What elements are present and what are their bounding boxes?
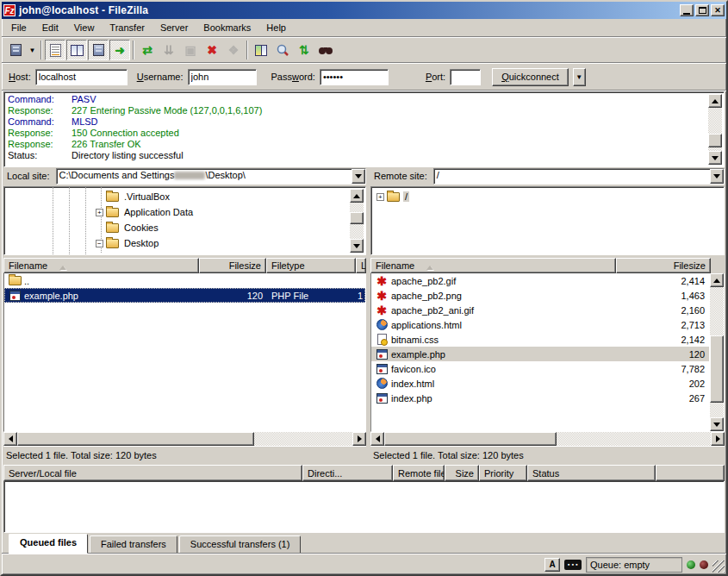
disconnect-button[interactable]: ✖ (202, 40, 222, 60)
process-queue-button[interactable]: ⇊ (159, 40, 179, 60)
tree-item-root[interactable]: + / (371, 189, 708, 204)
column-header-remote-file[interactable]: Remote file (393, 465, 445, 481)
tab-queued-files[interactable]: Queued files (9, 534, 88, 554)
scroll-down-button[interactable] (708, 151, 722, 165)
cancel-operation-button[interactable]: ▣ (180, 40, 201, 60)
directory-comparison-button[interactable] (272, 40, 293, 60)
tree-item-virtualbox[interactable]: .VirtualBox (4, 189, 350, 204)
directory-listing-filters-button[interactable] (251, 40, 271, 60)
minimize-icon (683, 13, 690, 15)
local-horizontal-scrollbar[interactable] (3, 432, 366, 446)
column-header-filetype[interactable]: Filetype (266, 258, 356, 273)
find-files-button[interactable] (315, 40, 336, 60)
remote-site-combo[interactable]: / (433, 168, 725, 185)
column-header-direction[interactable]: Directi... (302, 465, 393, 481)
column-header-filesize[interactable]: Filesize (616, 258, 711, 273)
toggle-remote-tree-button[interactable] (88, 40, 109, 60)
scroll-right-button[interactable] (352, 432, 366, 446)
local-site-label: Local site: (3, 169, 53, 183)
local-tree-vertical-scrollbar[interactable] (350, 189, 364, 253)
synchronized-browsing-button[interactable]: ⇅ (294, 40, 314, 60)
column-header-filename[interactable]: Filename (370, 258, 616, 273)
scroll-down-button[interactable] (350, 239, 364, 253)
username-input[interactable] (188, 69, 257, 85)
remote-file-row[interactable]: favicon.ico 7,782 (371, 361, 709, 376)
local-site-dropdown-button[interactable] (352, 169, 365, 184)
toolbar-separator (40, 41, 42, 59)
column-header-last-modified[interactable]: L (356, 258, 366, 273)
scroll-thumb[interactable] (17, 432, 254, 446)
php-file-icon (376, 393, 388, 404)
column-header-filename[interactable]: Filename (3, 258, 199, 273)
menu-server[interactable]: Server (152, 21, 196, 34)
scroll-down-button[interactable] (710, 417, 724, 431)
remote-site-dropdown-button[interactable] (710, 169, 724, 184)
quickconnect-button[interactable]: Quickconnect (492, 68, 569, 86)
log-vertical-scrollbar[interactable] (708, 94, 722, 165)
scroll-left-button[interactable] (370, 432, 384, 446)
remote-file-row[interactable]: ✱apache_pb2_ani.gif 2,160 (371, 303, 709, 317)
scroll-thumb[interactable] (384, 432, 557, 446)
tree-item-desktop[interactable]: − Desktop (4, 235, 350, 251)
local-file-row-example-php[interactable]: example.php 120 PHP File 1 (4, 288, 365, 303)
reconnect-button[interactable]: ❖ (223, 40, 244, 60)
menu-view[interactable]: View (66, 21, 103, 34)
site-manager-button[interactable] (5, 40, 26, 60)
remote-file-row[interactable]: applications.html 2,713 (371, 317, 709, 332)
expand-plus-icon[interactable]: + (96, 209, 103, 216)
column-header-status[interactable]: Status (527, 465, 656, 481)
site-manager-dropdown-button[interactable]: ▼ (27, 41, 38, 59)
toolbar-separator (133, 41, 134, 59)
password-input[interactable] (320, 69, 389, 85)
toggle-queue-button[interactable]: ➜ (109, 40, 130, 60)
synchronized-browsing-icon: ⇅ (299, 43, 309, 57)
host-input[interactable] (35, 69, 128, 85)
scroll-up-button[interactable] (350, 189, 364, 203)
toggle-local-tree-button[interactable] (66, 40, 87, 60)
local-file-row-parent[interactable]: .. (4, 273, 365, 288)
remote-file-row[interactable]: bitnami.css 2,142 (371, 332, 709, 347)
close-button[interactable]: ✕ (711, 4, 725, 16)
column-header-server-local-file[interactable]: Server/Local file (3, 465, 302, 481)
menu-bookmarks[interactable]: Bookmarks (196, 21, 258, 34)
menu-help[interactable]: Help (258, 21, 294, 34)
quickconnect-dropdown-button[interactable]: ▼ (573, 68, 586, 86)
remote-file-row[interactable]: index.php 267 (371, 391, 709, 405)
collapse-minus-icon[interactable]: − (96, 240, 103, 247)
speed-limit-icon[interactable]: ▪▪▪ (564, 560, 582, 570)
remote-file-row-example-php[interactable]: example.php 120 (371, 347, 709, 361)
tab-successful-transfers[interactable]: Successful transfers (1) (179, 535, 302, 553)
tree-item-application-data[interactable]: + Application Data (4, 204, 350, 220)
scroll-thumb[interactable] (350, 212, 364, 224)
remote-file-row[interactable]: ✱apache_pb2.gif 2,414 (371, 273, 709, 288)
remote-file-row[interactable]: ✱apache_pb2.png 1,463 (371, 288, 709, 303)
port-input[interactable] (450, 69, 481, 85)
expand-plus-icon[interactable]: + (376, 193, 384, 201)
menu-transfer[interactable]: Transfer (102, 21, 152, 34)
scroll-up-button[interactable] (708, 94, 722, 108)
tree-item-cookies[interactable]: Cookies (4, 220, 350, 235)
local-site-combo[interactable]: C:\Documents and Settings\Desktop\ (56, 168, 366, 185)
remote-vertical-scrollbar[interactable] (710, 273, 724, 431)
refresh-button[interactable]: ⇄ (137, 40, 158, 60)
remote-horizontal-scrollbar[interactable] (370, 432, 725, 446)
scroll-thumb[interactable] (708, 134, 722, 147)
toggle-message-log-button[interactable] (45, 40, 65, 60)
column-header-filesize[interactable]: Filesize (199, 258, 266, 273)
scroll-thumb[interactable] (710, 335, 724, 403)
column-header-size[interactable]: Size (445, 465, 479, 481)
resize-grip[interactable] (712, 560, 725, 573)
title-bar[interactable]: Fz john@localhost - FileZilla ✕ (2, 2, 726, 19)
menu-file[interactable]: File (3, 21, 34, 34)
column-header-priority[interactable]: Priority (479, 465, 527, 481)
tab-failed-transfers[interactable]: Failed transfers (90, 535, 177, 553)
scroll-up-button[interactable] (710, 273, 724, 287)
scroll-right-button[interactable] (711, 432, 725, 446)
minimize-button[interactable] (680, 4, 694, 16)
maximize-button[interactable] (695, 4, 709, 16)
queue-toggle-icon: ➜ (115, 43, 125, 57)
menu-edit[interactable]: Edit (34, 21, 66, 34)
remote-file-row[interactable]: index.html 202 (371, 376, 709, 391)
scroll-left-button[interactable] (3, 432, 17, 446)
data-type-indicator[interactable]: A (544, 558, 560, 572)
